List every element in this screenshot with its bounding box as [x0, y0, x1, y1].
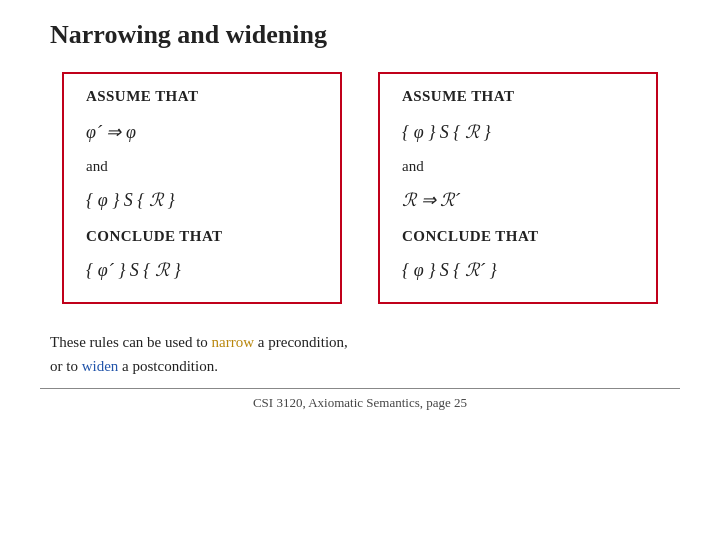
footer-text: CSI 3120, Axiomatic Semantics, page 25 [40, 395, 680, 411]
right-rule-box: ASSUME THAT { φ } S { ℛ } and ℛ ⇒ ℛ´ CON… [378, 72, 658, 304]
left-formula2: { φ } S { ℛ } [86, 187, 318, 214]
narrow-word: narrow [212, 334, 254, 350]
page-title: Narrowing and widening [50, 20, 327, 50]
right-formula3: { φ } S { ℛ´ } [402, 257, 634, 284]
left-formula3: { φ´ } S { ℛ } [86, 257, 318, 284]
bottom-text-before-narrow: These rules can be used to [50, 334, 212, 350]
bottom-text-between: a precondition, [254, 334, 348, 350]
left-and: and [86, 158, 318, 175]
right-formula2: ℛ ⇒ ℛ´ [402, 187, 634, 214]
right-formula1: { φ } S { ℛ } [402, 119, 634, 146]
left-rule-box: ASSUME THAT φ´ ⇒ φ and { φ } S { ℛ } CON… [62, 72, 342, 304]
left-conclude-label: CONCLUDE THAT [86, 228, 318, 245]
right-assume-label: ASSUME THAT [402, 88, 634, 105]
rules-row: ASSUME THAT φ´ ⇒ φ and { φ } S { ℛ } CON… [40, 72, 680, 304]
widen-word: widen [82, 358, 119, 374]
bottom-text-line2-before: or to [50, 358, 82, 374]
footer-divider [40, 388, 680, 389]
bottom-text: These rules can be used to narrow a prec… [40, 330, 680, 378]
bottom-text-line2-after: a postcondition. [118, 358, 218, 374]
left-assume-label: ASSUME THAT [86, 88, 318, 105]
right-and: and [402, 158, 634, 175]
left-formula1: φ´ ⇒ φ [86, 119, 318, 146]
right-conclude-label: CONCLUDE THAT [402, 228, 634, 245]
